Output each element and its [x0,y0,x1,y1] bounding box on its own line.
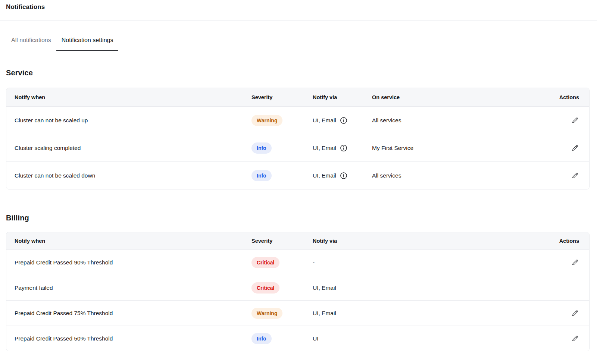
table-row: Prepaid Credit Passed 90% Threshold Crit… [6,250,589,275]
edit-button[interactable] [571,258,579,267]
edit-button[interactable] [571,172,579,180]
col-header-notify-via: Notify via [313,238,557,244]
notify-when-cell: Cluster can not be scaled down [15,172,251,179]
pencil-icon [572,310,578,317]
notify-when-cell: Prepaid Credit Passed 90% Threshold [15,259,251,266]
on-service-cell: All services [372,172,557,179]
info-icon[interactable] [340,172,347,179]
col-header-notify-when: Notify when [15,94,251,100]
pencil-icon [572,259,578,266]
billing-section-title: Billing [6,213,590,222]
edit-button[interactable] [571,309,579,317]
edit-button[interactable] [571,144,579,152]
severity-badge: Critical [251,257,279,268]
info-icon[interactable] [340,144,347,152]
pencil-icon [572,117,578,124]
severity-badge: Info [251,142,272,154]
col-header-actions: Actions [557,238,579,244]
service-table-header: Notify when Severity Notify via On servi… [6,88,589,106]
notify-via-cell: UI, Email [313,172,336,179]
col-header-actions: Actions [557,94,579,100]
col-header-notify-when: Notify when [15,238,251,244]
page-title: Notifications [6,3,597,11]
on-service-cell: My First Service [372,145,557,151]
severity-badge: Critical [251,282,279,294]
notify-via-cell: UI, Email [313,117,336,124]
notify-via-cell: UI, Email [313,285,557,291]
notify-via-cell: UI, Email [313,310,557,317]
col-header-notify-via: Notify via [313,94,372,100]
pencil-icon [572,172,578,179]
on-service-cell: All services [372,117,557,124]
notify-via-cell: UI [313,335,557,342]
notify-when-cell: Cluster scaling completed [15,145,251,151]
edit-button[interactable] [571,335,579,343]
notify-via-cell: - [313,259,557,266]
col-header-on-service: On service [372,94,557,100]
notify-when-cell: Cluster can not be scaled up [15,117,251,124]
tab-notification-settings[interactable]: Notification settings [56,36,119,51]
notify-when-cell: Payment failed [15,285,251,291]
table-row: Cluster can not be scaled down Info UI, … [6,161,589,189]
service-table: Notify when Severity Notify via On servi… [6,88,590,189]
table-row: Cluster can not be scaled up Warning UI,… [6,106,589,134]
notify-when-cell: Prepaid Credit Passed 75% Threshold [15,310,251,317]
service-section-title: Service [6,68,590,77]
severity-badge: Warning [251,115,282,126]
severity-badge: Info [251,170,272,181]
severity-badge: Info [251,333,272,344]
col-header-severity: Severity [251,94,313,100]
pencil-icon [572,145,578,151]
edit-button[interactable] [571,116,579,125]
severity-badge: Warning [251,308,282,319]
top-bar: Notifications [0,0,597,21]
tabs-bar: All notifications Notification settings [6,36,597,51]
service-section: Service Notify when Severity Notify via … [6,68,590,189]
notify-when-cell: Prepaid Credit Passed 50% Threshold [15,335,251,342]
table-row: Prepaid Credit Passed 50% Threshold Info… [6,326,589,351]
info-icon[interactable] [340,117,347,124]
pencil-icon [572,335,578,342]
table-row: Prepaid Credit Passed 75% Threshold Warn… [6,300,589,326]
table-row: Cluster scaling completed Info UI, Email… [6,134,589,161]
notifications-content: Service Notify when Severity Notify via … [0,68,597,351]
tab-all-notifications[interactable]: All notifications [6,36,56,51]
col-header-severity: Severity [251,238,313,244]
table-row: Payment failed Critical UI, Email [6,275,589,300]
notify-via-cell: UI, Email [313,145,336,151]
billing-table: Notify when Severity Notify via Actions … [6,232,590,351]
billing-section: Billing Notify when Severity Notify via … [6,213,590,351]
billing-table-header: Notify when Severity Notify via Actions [6,232,589,250]
